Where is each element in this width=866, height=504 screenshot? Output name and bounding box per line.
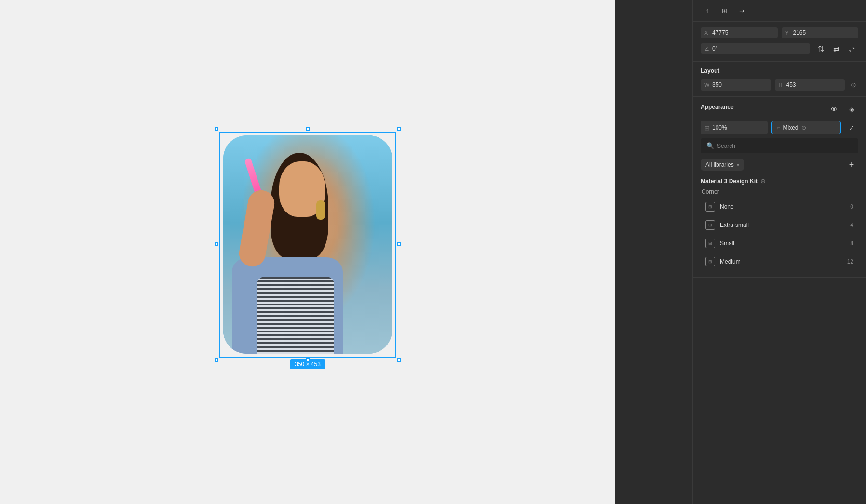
selected-frame[interactable] [223, 135, 392, 354]
corner-item-xs-icon: ⊞ [705, 220, 715, 230]
blend-mode-icon: ⊙ [801, 124, 806, 131]
libraries-label: All libraries [705, 161, 734, 168]
x-label: X [704, 30, 710, 36]
canvas-content: 350 × 453 [223, 135, 392, 369]
corner-items-list: ⊞ None 0 ⊞ Extra-small 4 ⊞ Small 8 [701, 198, 858, 270]
flip-icon-2[interactable]: ⇄ [829, 42, 843, 55]
y-field[interactable]: Y 2165 [782, 27, 859, 38]
image-frame [223, 135, 392, 354]
search-row: 🔍 Search [701, 138, 858, 153]
width-field[interactable]: W 350 [701, 79, 771, 91]
dimension-label: 350 × 453 [290, 359, 325, 369]
corner-subsection-label: Corner [701, 188, 858, 195]
appearance-header: Appearance 👁 ◈ [701, 103, 858, 116]
toolbar-icons: ↑ ⊞ ⇥ [701, 4, 749, 17]
handle-left-mid[interactable] [215, 242, 218, 246]
globe-icon: ⊕ [760, 177, 766, 185]
appearance-section: Appearance 👁 ◈ ⊞ 100% ⌐ Mixed ⊙ ⤢ 🔍 Sear… [693, 97, 866, 278]
position-section: X 47775 Y 2165 ∠ 0° ⇅ ⇄ ⇌ [693, 22, 866, 62]
search-icon: 🔍 [706, 142, 714, 149]
library-name-row: Material 3 Design Kit ⊕ [701, 177, 858, 185]
fullscreen-icon[interactable]: ⤢ [845, 121, 858, 134]
w-value: 350 [712, 81, 722, 88]
chevron-down-icon: ▾ [737, 162, 739, 168]
photo-dress [257, 277, 334, 354]
corner-item-sm-value: 8 [850, 240, 853, 247]
photo-earring [316, 200, 325, 220]
lock-aspect-icon[interactable]: ⊙ [849, 80, 858, 90]
toolbar-icon-1[interactable]: ↑ [701, 4, 714, 17]
visibility-icon[interactable]: 👁 [827, 103, 841, 116]
handle-top-left[interactable] [215, 127, 218, 131]
corner-item-none[interactable]: ⊞ None 0 [701, 198, 858, 215]
toolbar-icon-2[interactable]: ⊞ [718, 4, 731, 17]
toolbar-icon-3[interactable]: ⇥ [735, 4, 749, 17]
angle-label: ∠ [704, 46, 710, 52]
middle-separator [615, 0, 692, 504]
angle-row: ∠ 0° ⇅ ⇄ ⇌ [701, 42, 858, 55]
material-kit-section: Material 3 Design Kit ⊕ Corner ⊞ None 0 … [701, 177, 858, 270]
corner-item-sm-name: Small [720, 240, 850, 247]
libraries-dropdown[interactable]: All libraries ▾ [701, 159, 744, 171]
photo-background [223, 135, 392, 354]
add-library-button[interactable]: + [845, 158, 858, 172]
corner-item-medium[interactable]: ⊞ Medium 12 [701, 253, 858, 270]
flip-icon-1[interactable]: ⇅ [814, 42, 827, 55]
library-name: Material 3 Design Kit [701, 178, 758, 185]
layout-title: Layout [701, 67, 858, 74]
y-label: Y [785, 30, 791, 36]
handle-right-mid[interactable] [397, 242, 401, 246]
w-label: W [704, 82, 710, 88]
handle-top-right[interactable] [397, 127, 401, 131]
mixed-value: Mixed [783, 124, 798, 131]
flip-icons: ⇅ ⇄ ⇌ [814, 42, 858, 55]
corner-item-md-icon: ⊞ [705, 257, 715, 266]
x-field[interactable]: X 47775 [701, 27, 778, 38]
x-value: 47775 [712, 29, 728, 36]
corner-item-xs-name: Extra-small [720, 222, 850, 228]
search-placeholder[interactable]: Search [717, 143, 735, 149]
corner-radius-icon: ⌐ [777, 124, 780, 131]
corner-item-extra-small[interactable]: ⊞ Extra-small 4 [701, 216, 858, 234]
h-value: 453 [786, 81, 796, 88]
coord-row-xy: X 47775 Y 2165 [701, 27, 858, 38]
handle-bottom-right[interactable] [397, 358, 401, 362]
opacity-value: 100% [712, 124, 727, 131]
corner-item-small[interactable]: ⊞ Small 8 [701, 235, 858, 252]
appearance-controls-row: ⊞ 100% ⌐ Mixed ⊙ ⤢ [701, 121, 858, 134]
opacity-field[interactable]: ⊞ 100% [701, 121, 768, 134]
libraries-row: All libraries ▾ + [701, 158, 858, 172]
flip-icon-3[interactable]: ⇌ [845, 42, 858, 55]
corner-item-md-value: 12 [847, 258, 853, 265]
top-toolbar: ↑ ⊞ ⇥ [693, 0, 866, 22]
appearance-title: Appearance [701, 104, 734, 110]
opacity-grid-icon: ⊞ [704, 124, 710, 132]
y-value: 2165 [793, 29, 806, 36]
corner-item-none-value: 0 [850, 203, 853, 210]
h-label: H [779, 82, 785, 88]
corner-item-sm-icon: ⊞ [705, 239, 715, 248]
right-panel: ↑ ⊞ ⇥ X 47775 Y 2165 ∠ 0° ⇅ ⇄ ⇌ [692, 0, 866, 504]
dimension-row: W 350 H 453 ⊙ [701, 79, 858, 91]
appearance-controls: 👁 ◈ [827, 103, 858, 116]
handle-bottom-left[interactable] [215, 358, 218, 362]
canvas-area: 350 × 453 [0, 0, 615, 504]
angle-field[interactable]: ∠ 0° [701, 43, 810, 54]
corner-item-none-icon: ⊞ [705, 202, 715, 212]
corner-item-none-name: None [720, 203, 850, 210]
angle-value: 0° [712, 45, 717, 52]
mixed-field[interactable]: ⌐ Mixed ⊙ [771, 121, 841, 134]
corner-item-md-name: Medium [720, 258, 847, 265]
opacity-icon[interactable]: ◈ [845, 103, 858, 116]
corner-item-xs-value: 4 [850, 222, 853, 228]
handle-top-mid[interactable] [306, 127, 310, 131]
layout-section: Layout W 350 H 453 ⊙ [693, 62, 866, 97]
height-field[interactable]: H 453 [775, 79, 845, 91]
